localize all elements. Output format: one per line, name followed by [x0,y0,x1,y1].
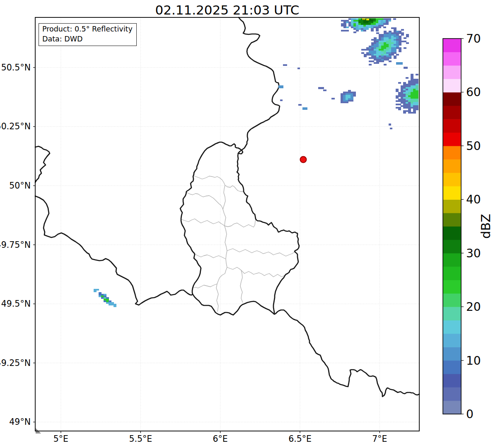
colorbar-tick-label: 10 [466,354,481,368]
colorbar-tick-label: 40 [466,193,481,206]
x-tick-label: 6.5°E [288,434,312,444]
colorbar-band [443,361,461,374]
colorbar-band [443,266,461,280]
radar-speck [318,87,324,89]
colorbar-band [443,293,461,307]
radar-speck [404,67,408,69]
y-tick-label: 49.25°N [0,358,31,368]
x-tick-label: 5°E [53,434,68,444]
colorbar-band [443,334,461,347]
colorbar-tick-label: 30 [466,247,481,260]
y-tick-label: 50°N [9,181,31,191]
radar-map-plot: 5°E5.5°E6°E6.5°E7°E50.5°N50.25°N50°N49.7… [0,0,498,448]
product-info-box: Product: 0.5° Reflectivity Data: DWD [39,23,137,46]
radar-speck [297,68,300,69]
y-tick-label: 49°N [9,417,31,427]
colorbar-band [443,106,461,119]
colorbar-band [443,374,461,387]
colorbar-band [443,347,461,361]
colorbar-band [443,280,461,293]
colorbar-tick-label: 70 [466,32,481,46]
colorbar-tick-label: 0 [466,407,474,421]
map-background [35,17,419,431]
radar-speck [283,64,287,66]
y-tick-label: 49.75°N [0,240,31,250]
y-tick-label: 49.5°N [1,299,31,309]
colorbar-tick-label: 60 [466,85,481,99]
radar-speck [298,104,302,106]
colorbar-band [443,253,461,267]
colorbar-band [443,387,461,401]
plot-title: 02.11.2025 21:03 UTC [35,2,419,17]
colorbar-band [443,213,461,227]
radar-speck [278,85,283,88]
colorbar-tick-label: 50 [466,139,481,153]
colorbar-band [443,159,461,173]
colorbar-band [443,119,461,133]
radar-speck [280,99,283,101]
colorbar-band [443,146,461,160]
radar-speck [390,128,392,129]
colorbar-band [443,79,461,92]
colorbar-band [443,320,461,334]
colorbar-band [443,186,461,200]
product-line: Product: 0.5° Reflectivity [42,24,133,34]
data-source-line: Data: DWD [42,34,133,44]
x-tick-label: 5.5°E [129,434,152,444]
colorbar [443,39,464,414]
colorbar-tick-label: 20 [466,300,481,314]
colorbar-axis-label: dBZ [479,214,493,239]
colorbar-band [443,133,461,146]
colorbar-band [443,52,461,65]
x-tick-label: 6°E [213,434,228,444]
colorbar-band [443,92,461,106]
radar-speck [396,62,403,65]
y-tick-label: 50.5°N [1,63,31,73]
radar-speck [389,124,391,126]
colorbar-band [443,65,461,79]
radar-site-marker [300,157,307,163]
colorbar-band [443,307,461,320]
colorbar-band [443,401,461,414]
y-tick-label: 50.25°N [0,121,31,131]
radar-speck [302,107,307,110]
radar-speck [331,98,335,99]
colorbar-band [443,173,461,186]
colorbar-band [443,199,461,213]
colorbar-band [443,226,461,240]
colorbar-band [443,39,461,52]
radar-speck [323,90,326,91]
colorbar-band [443,240,461,253]
x-tick-label: 7°E [372,434,387,444]
radar-figure: 5°E5.5°E6°E6.5°E7°E50.5°N50.25°N50°N49.7… [0,0,498,448]
